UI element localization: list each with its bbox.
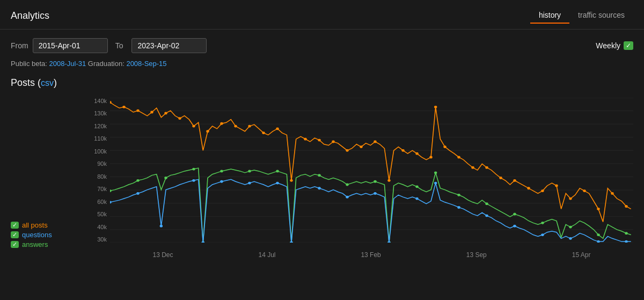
svg-point-27 (318, 139, 320, 142)
y-label: 130k (94, 110, 107, 116)
svg-point-53 (164, 177, 167, 179)
svg-point-86 (415, 197, 418, 200)
y-label: 30k (97, 236, 107, 243)
legend-all-posts[interactable]: ✓ all posts (11, 221, 52, 229)
content-area: ✓ all posts ✓ questions ✓ answers 140k 1… (0, 98, 644, 280)
chart-area: 140k 130k 120k 110k 100k 90k 80k 70k 60k… (86, 98, 633, 259)
svg-point-87 (434, 182, 437, 185)
legend-label-all-posts: all posts (22, 221, 48, 229)
svg-point-33 (401, 149, 404, 152)
svg-point-47 (583, 189, 586, 192)
svg-point-22 (248, 125, 251, 128)
csv-link[interactable]: csv (41, 78, 54, 87)
x-axis: 13 Dec 14 Jul 13 Feb 13 Sep 15 Apr (110, 251, 633, 259)
legend-check-answers: ✓ (11, 241, 19, 248)
x-label-dec: 13 Dec (152, 251, 173, 259)
svg-point-16 (164, 112, 167, 115)
from-date-input[interactable] (33, 38, 108, 53)
y-label: 140k (94, 98, 107, 104)
to-date-input[interactable] (131, 38, 207, 53)
legend-answers[interactable]: ✓ answers (11, 240, 52, 248)
svg-point-25 (290, 179, 292, 182)
posts-title: Posts (csv) (11, 77, 633, 89)
svg-point-44 (541, 189, 544, 192)
svg-point-40 (485, 166, 488, 169)
svg-point-24 (276, 127, 279, 130)
svg-point-73 (110, 201, 112, 203)
date-controls: From To Weekly ✓ (0, 30, 644, 57)
y-label: 110k (94, 135, 107, 142)
svg-point-77 (202, 242, 204, 243)
svg-point-92 (569, 237, 572, 240)
svg-point-19 (206, 130, 209, 133)
legend-label-answers: answers (22, 240, 48, 248)
svg-point-32 (387, 179, 390, 182)
svg-point-60 (318, 174, 320, 177)
svg-point-18 (192, 125, 195, 128)
x-label-sep: 13 Sep (466, 251, 487, 259)
svg-point-28 (332, 141, 334, 143)
x-label-apr: 15 Apr (572, 251, 591, 259)
all-posts-dots (110, 101, 628, 210)
svg-point-66 (457, 194, 460, 196)
svg-point-30 (360, 145, 362, 148)
svg-point-71 (597, 233, 599, 236)
tab-history[interactable]: history (530, 8, 569, 24)
svg-point-31 (374, 141, 376, 143)
svg-point-45 (555, 185, 558, 187)
svg-point-51 (110, 189, 112, 192)
svg-point-34 (415, 152, 418, 155)
tab-traffic-sources[interactable]: traffic sources (569, 8, 633, 24)
to-label: To (115, 41, 123, 50)
svg-point-76 (192, 179, 195, 182)
svg-point-41 (499, 177, 502, 179)
svg-point-72 (625, 232, 627, 235)
y-label: 100k (94, 148, 107, 155)
svg-point-35 (429, 156, 432, 158)
svg-point-50 (625, 205, 627, 208)
svg-point-48 (597, 208, 599, 210)
svg-point-91 (541, 233, 544, 236)
svg-point-85 (387, 242, 390, 243)
chart-svg-container (110, 98, 633, 243)
all-posts-line (110, 103, 631, 222)
weekly-toggle[interactable]: Weekly ✓ (596, 41, 633, 50)
svg-point-78 (220, 180, 223, 183)
svg-point-23 (262, 131, 265, 134)
y-label: 80k (97, 173, 107, 180)
public-beta-label: Public beta: (11, 60, 47, 68)
svg-point-93 (597, 240, 599, 243)
svg-point-49 (611, 192, 613, 195)
tab-bar: history traffic sources (530, 8, 633, 24)
svg-point-57 (248, 170, 251, 173)
svg-point-80 (276, 182, 279, 185)
beta-date-link[interactable]: 2008-Jul-31 (49, 60, 86, 68)
graduation-date-link[interactable]: 2008-Sep-15 (126, 60, 166, 68)
svg-point-21 (234, 125, 237, 128)
chart-wrapper: 140k 130k 120k 110k 100k 90k 80k 70k 60k… (86, 98, 633, 280)
y-label: 40k (97, 224, 107, 230)
svg-point-46 (569, 197, 572, 200)
legend-questions[interactable]: ✓ questions (11, 231, 52, 239)
chart-svg (110, 98, 633, 243)
svg-point-67 (485, 202, 488, 205)
y-label: 70k (97, 186, 107, 192)
svg-point-74 (136, 192, 139, 195)
svg-point-88 (457, 206, 460, 209)
svg-point-89 (485, 214, 488, 217)
legend-label-questions: questions (22, 231, 52, 239)
svg-point-42 (513, 179, 516, 182)
x-label-jul: 14 Jul (258, 251, 275, 259)
legend-check-all-posts: ✓ (11, 222, 19, 229)
svg-point-79 (248, 182, 251, 185)
svg-point-37 (443, 145, 446, 148)
svg-point-39 (471, 166, 474, 169)
svg-point-81 (290, 242, 292, 243)
posts-section: Posts (csv) (0, 73, 644, 95)
svg-point-62 (374, 180, 376, 183)
svg-point-20 (220, 122, 223, 125)
svg-point-29 (346, 149, 348, 152)
questions-line (110, 179, 631, 243)
svg-point-94 (625, 240, 627, 243)
svg-point-43 (527, 187, 530, 189)
